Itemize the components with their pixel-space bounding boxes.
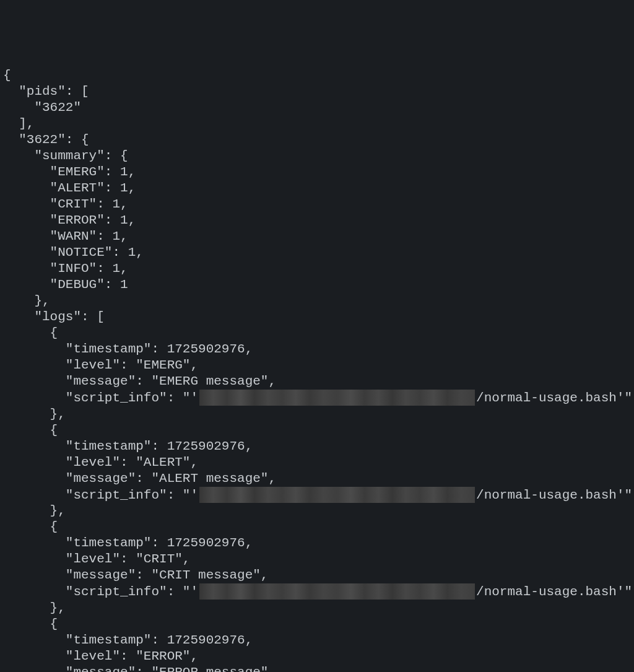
json-level: "level": "EMERG", xyxy=(3,358,198,372)
json-entry-close: }, xyxy=(3,504,66,518)
json-script-prefix: "script_info": "' xyxy=(3,391,198,405)
json-summary-notice: "NOTICE": 1, xyxy=(3,245,144,260)
json-script-suffix: /normal-usage.bash'" xyxy=(476,391,632,405)
json-entry-close: }, xyxy=(3,407,66,421)
json-logs-key: "logs": [ xyxy=(3,310,105,324)
json-level: "level": "CRIT", xyxy=(3,552,190,566)
json-message: "message": "EMERG message", xyxy=(3,374,276,388)
json-open-brace: { xyxy=(3,68,11,82)
json-summary-warn: "WARN": 1, xyxy=(3,229,128,243)
json-message: "message": "ERROR message", xyxy=(3,665,276,672)
json-pids-value: "3622" xyxy=(3,100,81,115)
json-output-terminal: { "pids": [ "3622" ], "3622": { "summary… xyxy=(3,68,631,672)
json-pid-key: "3622": { xyxy=(3,133,89,147)
json-summary-key: "summary": { xyxy=(3,149,128,163)
json-summary-alert: "ALERT": 1, xyxy=(3,181,136,195)
json-level: "level": "ALERT", xyxy=(3,455,198,469)
json-summary-info: "INFO": 1, xyxy=(3,261,128,276)
json-entry-close: }, xyxy=(3,601,66,615)
json-script-prefix: "script_info": "' xyxy=(3,585,198,599)
redacted-path xyxy=(199,487,475,503)
json-script-suffix: /normal-usage.bash'" xyxy=(476,585,632,599)
json-entry-open: { xyxy=(3,423,58,437)
redacted-path xyxy=(199,583,475,600)
json-summary-emerg: "EMERG": 1, xyxy=(3,165,136,179)
json-script-suffix: /normal-usage.bash'" xyxy=(476,487,632,502)
json-entry-open: { xyxy=(3,520,58,534)
redacted-path xyxy=(199,390,475,406)
json-timestamp: "timestamp": 1725902976, xyxy=(3,439,253,453)
json-pids-key: "pids": [ xyxy=(3,84,89,98)
json-timestamp: "timestamp": 1725902976, xyxy=(3,536,253,550)
json-script-prefix: "script_info": "' xyxy=(3,487,198,502)
json-summary-debug: "DEBUG": 1 xyxy=(3,277,128,292)
json-summary-crit: "CRIT": 1, xyxy=(3,197,128,211)
json-timestamp: "timestamp": 1725902976, xyxy=(3,342,253,356)
json-timestamp: "timestamp": 1725902976, xyxy=(3,633,253,647)
json-message: "message": "CRIT message", xyxy=(3,568,268,582)
json-entry-open: { xyxy=(3,326,58,340)
json-entry-open: { xyxy=(3,617,58,631)
json-summary-close: }, xyxy=(3,294,50,308)
json-summary-error: "ERROR": 1, xyxy=(3,213,136,227)
json-level: "level": "ERROR", xyxy=(3,649,198,663)
json-pids-close: ], xyxy=(3,116,34,131)
json-message: "message": "ALERT message", xyxy=(3,471,276,486)
